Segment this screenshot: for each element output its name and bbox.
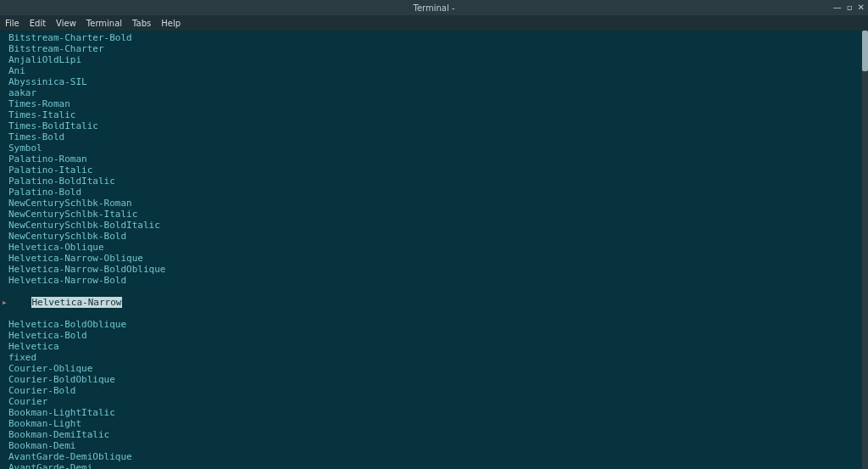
list-item[interactable]: AvantGarde-DemiOblique [8, 451, 868, 462]
list-item[interactable]: Bookman-Demi [8, 440, 868, 451]
list-item[interactable]: Times-Roman [8, 98, 868, 109]
list-item[interactable]: Times-Italic [8, 109, 868, 120]
list-item[interactable]: Courier-Oblique [8, 363, 868, 374]
selection-marker-icon: ▸ [2, 297, 8, 308]
list-item[interactable]: aakar [8, 87, 868, 98]
list-item[interactable]: fixed [8, 352, 868, 363]
list-item[interactable]: Times-Bold [8, 131, 868, 142]
list-item[interactable]: NewCenturySchlbk-Italic [8, 209, 868, 220]
list-item[interactable]: Times-BoldItalic [8, 120, 868, 131]
scrollbar-thumb[interactable] [862, 31, 868, 71]
list-item[interactable]: Helvetica [8, 341, 868, 352]
list-item[interactable]: Courier [8, 396, 868, 407]
list-item[interactable]: Palatino-Roman [8, 154, 868, 165]
menu-bar: File Edit View Terminal Tabs Help [0, 15, 868, 31]
list-item[interactable]: Courier-BoldOblique [8, 374, 868, 385]
list-item[interactable]: Helvetica-Narrow-BoldOblique [8, 264, 868, 275]
terminal-viewport[interactable]: Bitstream-Charter-BoldBitstream-CharterA… [0, 31, 868, 469]
list-item[interactable]: Bookman-DemiItalic [8, 429, 868, 440]
scrollbar-track[interactable] [862, 31, 868, 469]
close-icon[interactable]: ✕ [858, 3, 865, 12]
list-item[interactable]: Helvetica-Narrow-Bold [8, 275, 868, 286]
list-item[interactable]: Helvetica-Bold [8, 330, 868, 341]
window-titlebar: Terminal - — ▫ ✕ [0, 0, 868, 15]
list-item[interactable]: Helvetica-BoldOblique [8, 319, 868, 330]
list-item[interactable]: NewCenturySchlbk-Bold [8, 231, 868, 242]
list-item[interactable]: Palatino-Italic [8, 165, 868, 176]
maximize-icon[interactable]: ▫ [847, 3, 853, 12]
list-item[interactable]: NewCenturySchlbk-Roman [8, 198, 868, 209]
selected-text: Helvetica-Narrow [31, 297, 123, 308]
list-item[interactable]: Helvetica-Narrow-Oblique [8, 253, 868, 264]
list-item[interactable]: Helvetica-Oblique [8, 242, 868, 253]
window-title: Terminal - [413, 3, 454, 13]
window-controls: — ▫ ✕ [833, 3, 865, 12]
list-item[interactable]: Bitstream-Charter [8, 43, 868, 54]
menu-edit[interactable]: Edit [30, 19, 46, 28]
menu-file[interactable]: File [5, 19, 19, 28]
list-item[interactable]: Bookman-Light [8, 418, 868, 429]
list-item[interactable]: AnjaliOldLipi [8, 54, 868, 65]
list-item[interactable]: Bitstream-Charter-Bold [8, 32, 868, 43]
list-item[interactable]: Ani [8, 65, 868, 76]
menu-terminal[interactable]: Terminal [86, 19, 122, 28]
menu-view[interactable]: View [56, 19, 76, 28]
minimize-icon[interactable]: — [833, 3, 842, 12]
list-item[interactable]: AvantGarde-Demi [8, 462, 868, 469]
list-item[interactable]: Palatino-Bold [8, 187, 868, 198]
menu-help[interactable]: Help [161, 19, 181, 28]
list-item-selected[interactable]: ▸Helvetica-Narrow [8, 286, 868, 319]
list-item[interactable]: NewCenturySchlbk-BoldItalic [8, 220, 868, 231]
menu-tabs[interactable]: Tabs [132, 19, 151, 28]
list-item[interactable]: Abyssinica-SIL [8, 76, 868, 87]
list-item[interactable]: Symbol [8, 142, 868, 154]
list-item[interactable]: Bookman-LightItalic [8, 407, 868, 418]
list-item[interactable]: Courier-Bold [8, 385, 868, 396]
list-item[interactable]: Palatino-BoldItalic [8, 176, 868, 187]
